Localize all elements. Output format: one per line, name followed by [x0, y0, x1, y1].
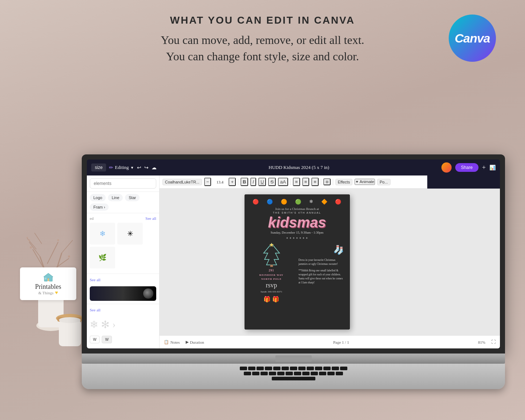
see-all-link-2[interactable]: See all	[90, 278, 101, 282]
key	[327, 372, 335, 375]
svg-marker-29	[269, 243, 274, 247]
gifts-row: 🎁 🎁	[263, 296, 279, 303]
notes-icon: 📋	[164, 340, 169, 344]
font-size-minus[interactable]: −	[204, 178, 211, 186]
font-selector[interactable]: CoalhandLukeTR...	[162, 179, 202, 185]
toolbar-document-title: HUDD Kidsmas 2024 (5 x 7 in)	[161, 165, 437, 170]
svg-marker-27	[263, 243, 279, 265]
strikethrough-button[interactable]: S	[268, 178, 276, 186]
gift-icon-2: 🎁	[272, 296, 279, 303]
address-street: REINDEER WAY	[259, 274, 283, 276]
svg-point-17	[57, 239, 59, 241]
element-item[interactable]: ✳	[117, 223, 143, 245]
svg-point-26	[59, 317, 81, 323]
align-center-button[interactable]: ≡	[302, 178, 310, 186]
design-canvas[interactable]: 🔴 🔵 🟠 🟢 ❄ 🔶 🔴 Join us for a Christm	[245, 194, 350, 330]
svg-line-11	[29, 242, 40, 257]
size-button[interactable]: size	[91, 163, 106, 171]
printables-title: Printables	[35, 283, 61, 290]
ornament-4: 🟢	[295, 199, 301, 205]
trackpad	[275, 355, 312, 362]
svg-point-18	[28, 239, 30, 241]
laptop-screen: size ✏ Editing ▼ ↩ ↪ ☁ HUDD Kidsmas 2024…	[87, 159, 500, 348]
gradient-strip[interactable]	[90, 286, 156, 301]
rsvp-text: rsvp	[266, 282, 277, 289]
snowflake-item-2[interactable]: ✻	[101, 319, 109, 331]
ornaments-row: 🔴 🔵 🟠 🟢 ❄ 🔶 🔴	[249, 199, 346, 205]
color-toggle-row: W W	[87, 334, 159, 346]
star-divider: ✦ ✦ ✦ ✦ ✦ ✦ ✦	[286, 237, 308, 240]
key	[286, 372, 293, 375]
frame-tab[interactable]: Fram ›	[90, 203, 109, 211]
ornament-1: 🔴	[253, 199, 259, 205]
key-row-1	[93, 367, 494, 370]
dress-code-text: Dress in your favourite Christmas jammie…	[299, 258, 344, 266]
gift-note-text: **Shhhh Bring one small labelled & wrapp…	[299, 268, 344, 285]
logo-tab[interactable]: Logo	[90, 194, 106, 201]
elements-tabs: Logo Line Star Fram ›	[87, 192, 159, 213]
font-size-plus[interactable]: +	[229, 178, 236, 186]
key-row-2	[93, 372, 494, 375]
svg-rect-28	[270, 265, 273, 267]
gradient-section-header: See all	[87, 276, 159, 283]
canva-toolbar: size ✏ Editing ▼ ↩ ↪ ☁ HUDD Kidsmas 2024…	[87, 159, 500, 175]
printables-subtitle: & Things ♥	[39, 290, 58, 296]
ai-generator-section: AI Generator Generate your own "A cute a…	[90, 348, 156, 348]
key	[282, 367, 289, 370]
grid-button[interactable]: ⊞	[323, 178, 331, 185]
toolbar-right: Share + 📊	[441, 162, 496, 173]
zoom-control[interactable]: 81%	[478, 340, 485, 344]
key	[277, 372, 284, 375]
header-section: WHAT YOU CAN EDIT IN CANVA You can move,…	[0, 15, 525, 65]
svg-line-14	[35, 233, 42, 244]
animate-button[interactable]: ✦ Animate	[355, 179, 375, 185]
bottom-bar: 📋 Notes ▶ Duration Page 1 / 1 81% ⛶	[159, 335, 500, 348]
position-button[interactable]: Po...	[377, 179, 391, 185]
key	[340, 367, 347, 370]
ornament-2: 🔵	[267, 199, 273, 205]
elements-search-input[interactable]	[90, 178, 156, 189]
subtitle-line2: You can change font style, size and colo…	[166, 50, 359, 63]
star-tab[interactable]: Star	[125, 194, 140, 201]
svg-rect-22	[45, 278, 47, 279]
italic-button[interactable]: I	[250, 178, 256, 186]
key	[290, 367, 297, 370]
address-number: 291	[269, 268, 274, 272]
duration-button[interactable]: ▶ Duration	[186, 340, 204, 344]
snowflake-item-1[interactable]: ❄	[90, 319, 98, 331]
snowflake-item-3[interactable]: ›	[112, 319, 116, 331]
add-button[interactable]: +	[482, 164, 486, 171]
undo-icon[interactable]: ↩	[137, 165, 141, 171]
fullscreen-icon[interactable]: ⛶	[491, 339, 496, 345]
bottom-section: 291 REINDEER WAY NORTH POLE rsvp Sarah: …	[249, 242, 346, 325]
chevron-down-icon: ▼	[130, 166, 134, 170]
house-icon	[43, 272, 54, 283]
page-indicator: Page 1 / 1	[210, 340, 472, 344]
address-city: NORTH POLE	[261, 278, 282, 280]
white-color-btn-2[interactable]: W	[102, 336, 112, 343]
key	[252, 372, 259, 375]
line-tab[interactable]: Line	[108, 194, 123, 201]
key	[269, 372, 276, 375]
case-button[interactable]: aA	[278, 178, 288, 186]
element-item[interactable]: 🌿	[90, 247, 115, 268]
notes-button[interactable]: 📋 Notes	[164, 340, 180, 344]
heart-icon: ♥	[55, 290, 58, 296]
ornament-7: 🔴	[335, 199, 341, 205]
gift-icon-1: 🎁	[263, 296, 271, 303]
align-left-button[interactable]: ≡	[293, 178, 300, 186]
featured-section: ed See all ❄ ✳ 🌿	[87, 213, 159, 271]
see-all-link-3[interactable]: See all	[90, 308, 101, 312]
subtitle: You can move, add, remove, or edit all t…	[0, 32, 525, 65]
underline-button[interactable]: U	[258, 178, 266, 186]
element-item[interactable]: ❄	[90, 223, 115, 245]
see-all-link[interactable]: See all	[145, 216, 156, 221]
notes-label: Notes	[170, 340, 180, 344]
share-button[interactable]: Share	[455, 163, 478, 172]
align-right-button[interactable]: ≡	[311, 178, 319, 186]
bold-button[interactable]: B	[241, 178, 248, 186]
white-color-btn[interactable]: W	[90, 336, 100, 343]
redo-icon[interactable]: ↪	[144, 165, 149, 171]
ornament-6: 🔶	[321, 199, 327, 205]
effects-button[interactable]: Effects	[335, 179, 352, 185]
